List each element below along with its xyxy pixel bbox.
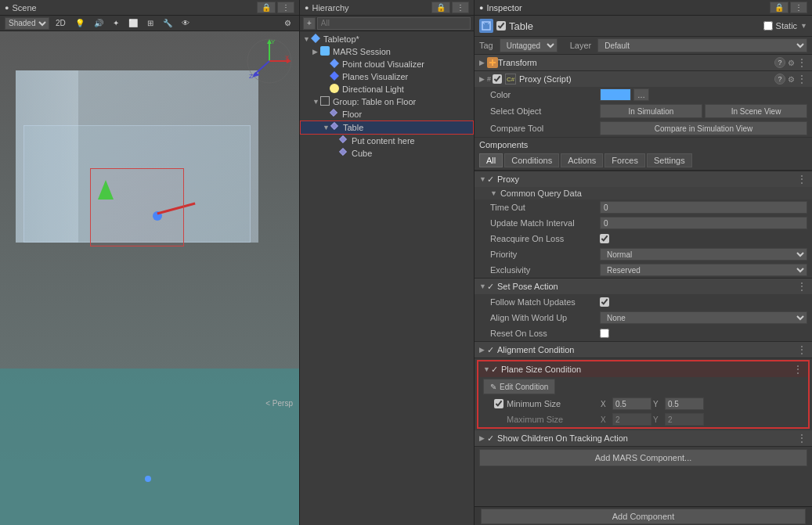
proxy-help[interactable]: ? bbox=[774, 74, 785, 85]
hierarchy-lock-btn[interactable]: 🔒 bbox=[431, 2, 450, 13]
hierarchy-toolbar: + bbox=[300, 16, 474, 31]
proxy-header[interactable]: ▼ ✓ Proxy ⋮ bbox=[475, 171, 812, 187]
table-arrow: ▼ bbox=[323, 124, 330, 131]
hier-item-cube[interactable]: Cube bbox=[300, 147, 474, 160]
in-simulation-btn[interactable]: In Simulation bbox=[600, 104, 702, 118]
tools-btn[interactable]: 🔧 bbox=[160, 18, 175, 28]
hier-item-tabletop[interactable]: ▼ Tabletop* bbox=[300, 33, 474, 45]
proxy-script-more: ? ⚙ ⋮ bbox=[774, 74, 807, 85]
min-size-check[interactable] bbox=[494, 399, 503, 408]
show-children-header[interactable]: ▶ ✓ Show Children On Tracking Action ⋮ bbox=[475, 430, 812, 446]
proxy-more: ⋮ bbox=[797, 174, 807, 185]
alignment-header[interactable]: ▶ ✓ Alignment Condition ⋮ bbox=[475, 342, 812, 358]
proxy-dots[interactable]: ⋮ bbox=[797, 74, 807, 85]
in-scene-view-btn[interactable]: In Scene View bbox=[705, 104, 807, 118]
hier-item-floor[interactable]: Floor bbox=[300, 108, 474, 120]
max-size-label: Maximum Size bbox=[507, 415, 601, 424]
inspector-menu-btn[interactable]: ⋮ bbox=[790, 2, 807, 13]
compare-btn[interactable]: Compare in Simulation View bbox=[600, 121, 807, 135]
tag-select[interactable]: Untagged bbox=[500, 38, 558, 52]
max-x-input[interactable] bbox=[612, 413, 651, 426]
edit-condition-btn[interactable]: ✎ Edit Condition bbox=[483, 379, 555, 394]
proxy-script-header[interactable]: ▶ # C# Proxy (Script) ? ⚙ ⋮ bbox=[475, 71, 812, 87]
reset-loss-row: Reset On Loss bbox=[475, 325, 812, 341]
2d-btn[interactable]: 2D bbox=[52, 18, 69, 28]
plane-size-header[interactable]: ▼ ✓ Plane Size Condition ⋮ bbox=[478, 361, 808, 377]
svg-rect-14 bbox=[492, 59, 493, 66]
follow-match-checkbox[interactable] bbox=[600, 297, 609, 307]
gizmo-btn[interactable]: ⬜ bbox=[125, 18, 141, 28]
hierarchy-search[interactable] bbox=[317, 17, 471, 30]
set-pose-header[interactable]: ▼ ✓ Set Pose Action ⋮ bbox=[475, 279, 812, 294]
set-pose-menu[interactable]: ⋮ bbox=[797, 281, 807, 292]
scene-viewport[interactable]: Y X Z < Persp bbox=[0, 31, 299, 525]
timeout-row: Time Out bbox=[475, 200, 812, 215]
tab-actions[interactable]: Actions bbox=[561, 153, 603, 167]
hier-item-mars[interactable]: ▶ MARS Session bbox=[300, 45, 474, 58]
transform-header[interactable]: ▶ Transform ? ⚙ ⋮ bbox=[475, 55, 812, 70]
add-mars-btn[interactable]: Add MARS Component... bbox=[479, 449, 807, 466]
alignment-menu[interactable]: ⋮ bbox=[797, 344, 807, 355]
transform-help[interactable]: ? bbox=[774, 57, 785, 68]
grid-btn[interactable]: ⊞ bbox=[144, 18, 157, 28]
max-y-input[interactable] bbox=[665, 413, 704, 426]
settings-scene-btn[interactable]: ⚙ bbox=[281, 18, 294, 28]
tab-forces[interactable]: Forces bbox=[604, 153, 645, 167]
proxy-gear[interactable]: ⚙ bbox=[788, 75, 795, 84]
hier-item-pointcloud[interactable]: Point cloud Visualizer bbox=[300, 58, 474, 70]
hier-item-putcontent[interactable]: Put content here bbox=[300, 135, 474, 147]
show-children-menu[interactable]: ⋮ bbox=[797, 433, 807, 444]
group-arrow: ▼ bbox=[312, 98, 320, 106]
alignment-checkmark: ✓ bbox=[487, 345, 494, 355]
light-btn[interactable]: 💡 bbox=[72, 18, 88, 28]
shading-select[interactable]: Shaded bbox=[5, 17, 49, 30]
transform-gear[interactable]: ⚙ bbox=[788, 59, 795, 67]
min-y-input[interactable] bbox=[665, 397, 704, 410]
hierarchy-add-btn[interactable]: + bbox=[303, 17, 316, 30]
exclusivity-select[interactable]: Reserved bbox=[600, 264, 807, 276]
hierarchy-menu-btn[interactable]: ⋮ bbox=[452, 2, 469, 13]
scene-lock-btn[interactable]: 🔒 bbox=[257, 2, 276, 13]
proxy-script-icon: C# bbox=[505, 74, 516, 85]
hierarchy-title: Hierarchy bbox=[312, 3, 348, 13]
static-arrow[interactable]: ▼ bbox=[800, 22, 807, 30]
object-name-input[interactable] bbox=[509, 20, 760, 32]
layer-label: Layer bbox=[570, 41, 592, 50]
tab-all[interactable]: All bbox=[479, 153, 503, 167]
inspector-lock-btn[interactable]: 🔒 bbox=[770, 2, 789, 13]
update-match-input[interactable] bbox=[600, 217, 807, 229]
color-picker-btn[interactable]: … bbox=[633, 88, 649, 101]
align-world-select[interactable]: None bbox=[600, 311, 807, 324]
timeout-input[interactable] bbox=[600, 201, 807, 214]
plane-size-menu[interactable]: ⋮ bbox=[793, 364, 803, 375]
color-swatch[interactable] bbox=[600, 88, 631, 101]
hier-item-table[interactable]: ▼ Table bbox=[300, 120, 474, 135]
min-x-input[interactable] bbox=[612, 397, 651, 410]
reset-loss-checkbox[interactable] bbox=[600, 329, 609, 338]
min-x-field: X bbox=[601, 397, 651, 410]
tab-conditions[interactable]: Conditions bbox=[504, 153, 559, 167]
static-checkbox[interactable] bbox=[763, 21, 773, 31]
hier-item-dirlight[interactable]: Directional Light bbox=[300, 83, 474, 95]
scene-menu-btn[interactable]: ⋮ bbox=[277, 2, 294, 13]
hier-item-planes[interactable]: Planes Visualizer bbox=[300, 70, 474, 83]
set-pose-section: ▼ ✓ Set Pose Action ⋮ Follow Match Updat… bbox=[475, 279, 812, 342]
alignment-arrow: ▶ bbox=[479, 346, 487, 354]
pointcloud-icon bbox=[330, 59, 341, 70]
reacquire-checkbox[interactable] bbox=[600, 234, 609, 243]
audio-btn[interactable]: 🔊 bbox=[91, 18, 106, 28]
cube-label: Cube bbox=[352, 149, 372, 158]
priority-select[interactable]: Normal bbox=[600, 248, 807, 261]
transform-dots[interactable]: ⋮ bbox=[797, 57, 807, 68]
hier-item-group[interactable]: ▼ Group: Table on Floor bbox=[300, 95, 474, 108]
inspector-title: Inspector bbox=[486, 3, 521, 13]
proxy-enabled-check[interactable] bbox=[493, 74, 502, 84]
mars-label: MARS Session bbox=[333, 47, 391, 56]
eye-btn[interactable]: 👁 bbox=[179, 18, 193, 28]
tab-settings[interactable]: Settings bbox=[647, 153, 692, 167]
proxy-menu[interactable]: ⋮ bbox=[797, 174, 807, 185]
add-component-btn[interactable]: Add Component bbox=[481, 509, 806, 524]
object-enabled-checkbox[interactable] bbox=[496, 21, 506, 31]
layer-select[interactable]: Default bbox=[597, 38, 807, 52]
fx-btn[interactable]: ✦ bbox=[110, 18, 122, 28]
